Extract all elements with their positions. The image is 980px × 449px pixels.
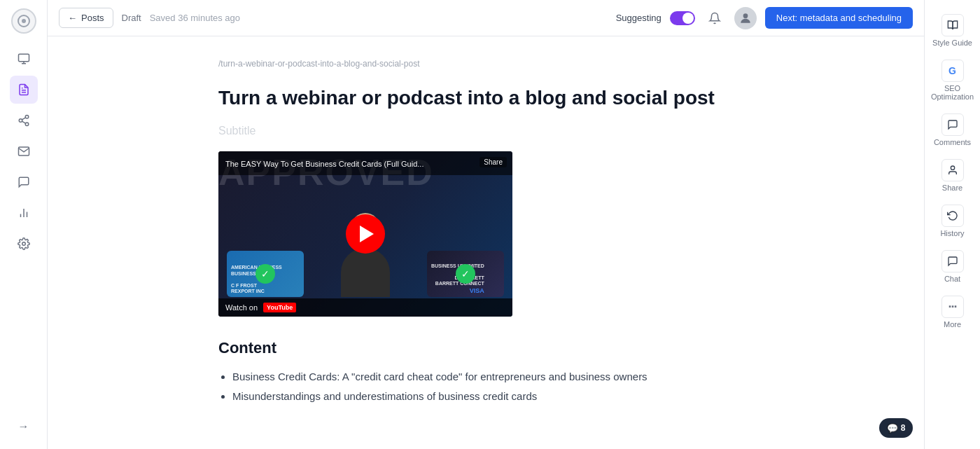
style-guide-icon bbox=[941, 14, 964, 36]
sidebar-expand-arrow[interactable]: → bbox=[10, 413, 38, 441]
seo-tool[interactable]: G SEO Optimization bbox=[929, 54, 976, 106]
more-tool[interactable]: ··· More bbox=[929, 290, 976, 334]
video-title-bar: The EASY Way To Get Business Credit Card… bbox=[218, 151, 512, 175]
history-label: History bbox=[940, 229, 964, 237]
chat-bubble-icon: 💬 bbox=[887, 423, 898, 434]
draft-badge: Draft bbox=[122, 13, 141, 23]
chase-card: ✓ BUSINESS UNLIMITEDD. BARRETTBARRETT CO… bbox=[427, 251, 504, 297]
seo-icon: G bbox=[941, 60, 964, 82]
watch-on-label: Watch on bbox=[225, 303, 258, 312]
share-button[interactable]: Share bbox=[479, 157, 507, 167]
main-content: ← Posts Draft Saved 36 minutes ago Sugge… bbox=[48, 0, 924, 449]
suggesting-label: Suggesting bbox=[616, 13, 662, 23]
svg-point-17 bbox=[951, 166, 954, 170]
seo-label: SEO Optimization bbox=[931, 84, 974, 101]
sidebar-item-share[interactable] bbox=[10, 106, 38, 134]
list-item: Misunderstandings and underestimations o… bbox=[232, 388, 753, 405]
chat-label: Chat bbox=[944, 275, 960, 283]
video-embed[interactable]: The EASY Way To Get Business Credit Card… bbox=[218, 151, 512, 317]
chat-bubble[interactable]: 💬 8 bbox=[879, 418, 913, 438]
comments-label: Comments bbox=[934, 138, 971, 146]
share-tool[interactable]: Share bbox=[929, 153, 976, 198]
post-title[interactable]: Turn a webinar or podcast into a blog an… bbox=[218, 85, 753, 111]
more-icon: ··· bbox=[941, 296, 964, 318]
sidebar-item-mail[interactable] bbox=[10, 137, 38, 165]
topbar: ← Posts Draft Saved 36 minutes ago Sugge… bbox=[48, 0, 924, 36]
chat-tool[interactable]: Chat bbox=[929, 244, 976, 289]
content-heading: Content bbox=[218, 339, 753, 357]
list-item: Business Credit Cards: A "credit card ch… bbox=[232, 368, 753, 385]
svg-point-1 bbox=[22, 19, 26, 23]
video-play-button[interactable] bbox=[346, 214, 385, 254]
video-bottom-bar: Watch on YouTube bbox=[218, 298, 512, 317]
svg-point-16 bbox=[743, 13, 748, 18]
editor-content: /turn-a-webinar-or-podcast-into-a-blog-a… bbox=[185, 36, 787, 449]
credit-cards-area: ✓ AMERICAN EXPRESSBUSINESS PLUSC F FROST… bbox=[218, 251, 512, 297]
sidebar-item-document[interactable] bbox=[10, 76, 38, 104]
more-label: More bbox=[944, 320, 961, 329]
back-arrow-icon: ← bbox=[68, 13, 77, 23]
user-avatar[interactable] bbox=[734, 7, 757, 29]
back-button-label: Posts bbox=[81, 13, 104, 23]
sidebar-item-message[interactable] bbox=[10, 168, 38, 196]
comments-icon bbox=[941, 113, 964, 136]
right-sidebar: Style Guide G SEO Optimization Comments … bbox=[924, 0, 980, 449]
chat-count: 8 bbox=[901, 423, 906, 433]
style-guide-tool[interactable]: Style Guide bbox=[929, 8, 976, 53]
svg-point-7 bbox=[25, 116, 29, 119]
sidebar-item-monitor[interactable] bbox=[10, 45, 38, 73]
youtube-logo: YouTube bbox=[263, 303, 296, 312]
back-button[interactable]: ← Posts bbox=[59, 8, 113, 28]
app-logo bbox=[11, 8, 36, 34]
next-button[interactable]: Next: metadata and scheduling bbox=[765, 7, 913, 29]
svg-rect-2 bbox=[18, 54, 29, 62]
comments-tool[interactable]: Comments bbox=[929, 108, 976, 152]
history-icon bbox=[941, 205, 964, 227]
history-tool[interactable]: History bbox=[929, 199, 976, 243]
video-title: The EASY Way To Get Business Credit Card… bbox=[225, 160, 424, 168]
suggesting-toggle[interactable] bbox=[670, 11, 695, 25]
svg-point-9 bbox=[25, 123, 29, 126]
share-person-icon bbox=[941, 159, 964, 181]
subtitle-field[interactable]: Subtitle bbox=[218, 125, 753, 137]
chat-icon bbox=[941, 250, 964, 272]
check-icon: ✓ bbox=[255, 264, 275, 284]
sidebar-item-settings[interactable] bbox=[10, 230, 38, 258]
saved-status: Saved 36 minutes ago bbox=[150, 13, 240, 23]
editor-area: /turn-a-webinar-or-podcast-into-a-blog-a… bbox=[48, 36, 924, 449]
share-label: Share bbox=[942, 184, 962, 192]
svg-line-11 bbox=[22, 118, 25, 120]
sidebar-item-analytics[interactable] bbox=[10, 199, 38, 227]
content-list: Business Credit Cards: A "credit card ch… bbox=[218, 368, 753, 405]
left-sidebar: → bbox=[0, 0, 48, 449]
amex-card: ✓ AMERICAN EXPRESSBUSINESS PLUSC F FROST… bbox=[227, 251, 304, 297]
check-icon-2: ✓ bbox=[456, 264, 475, 284]
topbar-right: Suggesting Next: metadata and scheduling bbox=[616, 7, 913, 29]
svg-point-15 bbox=[22, 242, 25, 246]
notifications-bell-icon[interactable] bbox=[704, 7, 726, 29]
svg-line-10 bbox=[22, 121, 25, 123]
style-guide-label: Style Guide bbox=[932, 39, 972, 47]
breadcrumb: /turn-a-webinar-or-podcast-into-a-blog-a… bbox=[218, 59, 753, 69]
svg-point-8 bbox=[19, 119, 22, 123]
